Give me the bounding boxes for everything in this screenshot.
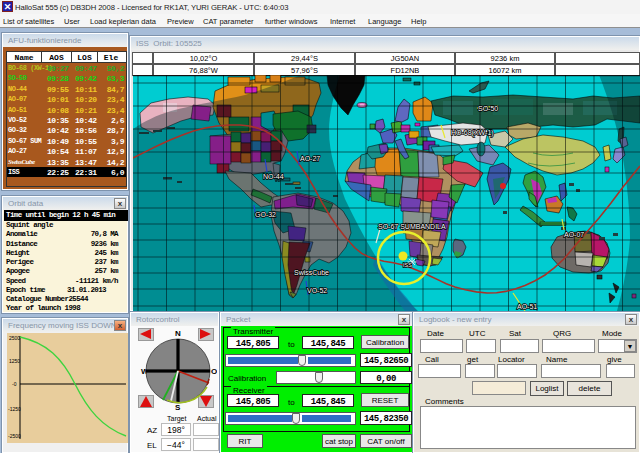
svg-text:-1250: -1250 <box>8 406 21 412</box>
svg-text:VO-52: VO-52 <box>307 287 327 294</box>
svg-text:AO-07: AO-07 <box>564 231 584 238</box>
svg-text:NO-44: NO-44 <box>263 173 284 180</box>
svg-text:O: O <box>211 367 217 376</box>
svg-text:AO-27: AO-27 <box>300 155 320 162</box>
svg-text:2500: 2500 <box>9 335 20 341</box>
svg-text:GO-32: GO-32 <box>255 211 276 218</box>
svg-text:HO-68(XW-1): HO-68(XW-1) <box>451 129 494 137</box>
svg-text:ISS: ISS <box>403 262 412 268</box>
svg-text:-2500: -2500 <box>8 433 21 439</box>
svg-text:N: N <box>175 329 181 338</box>
svg-text:-0: -0 <box>12 381 17 387</box>
svg-text:SO-67 SUMBANDILA: SO-67 SUMBANDILA <box>378 223 446 230</box>
svg-text:S: S <box>175 403 181 411</box>
svg-text:AO-51: AO-51 <box>517 303 537 310</box>
svg-text:1250: 1250 <box>9 358 20 364</box>
svg-text:SwissCube: SwissCube <box>294 269 329 276</box>
svg-text:SO-50: SO-50 <box>478 105 498 112</box>
